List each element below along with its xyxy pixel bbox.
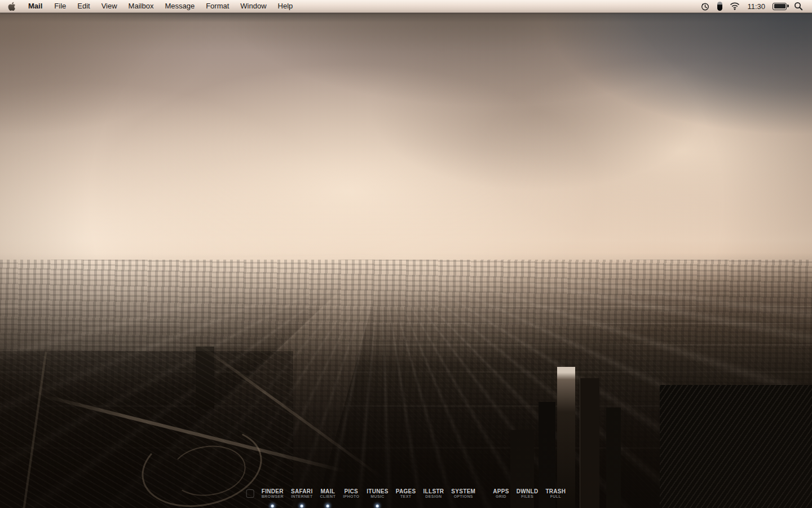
desktop-screen: Mail File Edit View Mailbox Message Form…	[0, 0, 812, 508]
dock-item-label: DWNLD	[517, 488, 539, 494]
dock-item-trash[interactable]: TRASH FULL	[545, 488, 566, 507]
dock-item-label: SYSTEM	[451, 488, 475, 494]
menu-item-help[interactable]: Help	[272, 0, 299, 12]
dock-item-pics[interactable]: PICS IPHOTO	[343, 488, 359, 507]
menu-item-mailbox[interactable]: Mailbox	[123, 0, 160, 12]
dock-item-sublabel: TEXT	[400, 494, 412, 499]
menu-item-edit[interactable]: Edit	[72, 0, 95, 12]
dock-item-mail[interactable]: MAIL CLIENT	[320, 488, 336, 507]
text-dock: FINDER BROWSER SAFARI INTERNET MAIL CLIE…	[246, 488, 566, 507]
dock-item-illstr[interactable]: ILLSTR DESIGN	[423, 488, 444, 507]
dock-item-sublabel: CLIENT	[320, 494, 336, 499]
dock-item-sublabel: FULL	[550, 494, 561, 499]
running-indicator-dot	[301, 505, 303, 507]
dock-item-label: PICS	[344, 488, 358, 494]
running-indicator-dot	[271, 505, 274, 507]
dock-item-finder[interactable]: FINDER BROWSER	[262, 488, 284, 507]
dock-item-label: ITUNES	[367, 488, 388, 494]
dock-item-sublabel: BROWSER	[262, 494, 284, 499]
menu-item-view[interactable]: View	[96, 0, 123, 12]
wallpaper-vignette	[0, 12, 812, 508]
menu-item-file[interactable]: File	[48, 0, 72, 12]
menu-bar: Mail File Edit View Mailbox Message Form…	[0, 0, 812, 13]
dock-item-label: PAGES	[396, 488, 416, 494]
dock-item-sublabel: FILES	[521, 494, 533, 499]
dock-item-label: ILLSTR	[423, 488, 444, 494]
menu-item-format[interactable]: Format	[200, 0, 235, 12]
wifi-icon[interactable]	[730, 2, 740, 10]
running-indicator-dot	[326, 505, 329, 507]
menu-bar-clock[interactable]: 11:30	[747, 2, 765, 11]
apple-logo-icon	[8, 2, 16, 11]
menu-bar-status-area: 11:30	[700, 2, 812, 11]
dock-item-label: SAFARI	[291, 488, 312, 494]
spotlight-icon[interactable]	[794, 2, 803, 11]
dock-item-dwnld[interactable]: DWNLD FILES	[517, 488, 539, 507]
dock-item-sublabel: IPHOTO	[343, 494, 359, 499]
dock-item-sublabel: INTERNET	[291, 494, 312, 499]
dock-item-label: MAIL	[320, 488, 335, 494]
dock-item-sublabel: OPTIONS	[454, 494, 473, 499]
desktop-wallpaper[interactable]	[0, 12, 812, 508]
apple-menu[interactable]	[0, 2, 22, 11]
dock-item-system[interactable]: SYSTEM OPTIONS	[451, 488, 475, 507]
running-indicator-dot	[376, 505, 379, 507]
dock-item-sublabel: GRID	[496, 494, 506, 499]
dock-item-safari[interactable]: SAFARI INTERNET	[291, 488, 312, 507]
dock-item-sublabel: DESIGN	[425, 494, 442, 499]
time-machine-icon[interactable]	[700, 2, 710, 11]
dock-item-pages[interactable]: PAGES TEXT	[396, 488, 416, 507]
battery-icon[interactable]	[773, 3, 787, 10]
dock-item-apps[interactable]: APPS GRID	[493, 488, 509, 507]
dock-item-label: APPS	[493, 488, 509, 494]
menu-item-message[interactable]: Message	[159, 0, 200, 12]
menu-item-window[interactable]: Window	[235, 0, 272, 12]
dock-item-label: TRASH	[545, 488, 566, 494]
dock-item-label: FINDER	[262, 488, 284, 494]
dock-badge-icon	[246, 489, 254, 498]
capsule-status-icon[interactable]	[717, 2, 722, 11]
dock-item-itunes[interactable]: ITUNES MUSIC	[367, 488, 388, 507]
menu-item-mail[interactable]: Mail	[22, 0, 48, 12]
dock-item-sublabel: MUSIC	[370, 494, 385, 499]
